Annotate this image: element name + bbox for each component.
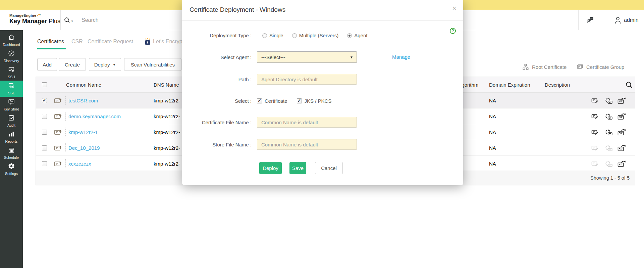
- sidebar-item-schedule[interactable]: Schedule: [0, 145, 23, 161]
- radio-single[interactable]: [262, 33, 267, 38]
- tab-lets-encrypt[interactable]: Let's Encrypt: [153, 39, 184, 45]
- column-header-domain-expiration[interactable]: Domain Expiration: [489, 77, 530, 93]
- sidebar-item-reports[interactable]: Reports: [0, 129, 23, 145]
- certificate-group-button[interactable]: Certificate Group: [576, 63, 624, 71]
- domain-expiration-value: NA: [489, 108, 496, 124]
- active-tab-underline: [37, 48, 66, 49]
- sidebar-item-settings[interactable]: Settings: [0, 161, 23, 177]
- row-checkbox[interactable]: [42, 140, 47, 156]
- agent-select[interactable]: ---Select---▼: [257, 51, 357, 63]
- sidebar-item-ssl[interactable]: SSL: [0, 81, 23, 97]
- deploy-submit-button[interactable]: Deploy: [259, 162, 282, 174]
- ssl-certificate-icon: [8, 82, 15, 89]
- certificate-file-name-input[interactable]: Common Name is default: [257, 117, 357, 128]
- deploy-certificate-icon[interactable]: [618, 129, 626, 136]
- audit-check-icon: [8, 114, 15, 122]
- sidebar-nav: Dashboard Discovery SSH SSL Key Store Au…: [0, 30, 23, 268]
- edit-certificate-icon[interactable]: [591, 97, 599, 104]
- renew-certificate-icon[interactable]: [605, 97, 613, 104]
- certificate-icon: [54, 108, 62, 124]
- common-name-link[interactable]: Dec_10_2019: [65, 143, 146, 152]
- deploy-certificate-icon[interactable]: [618, 160, 626, 168]
- bar-chart-icon: [8, 130, 15, 138]
- sidebar-item-discovery[interactable]: Discovery: [0, 48, 23, 64]
- row-checkbox[interactable]: [42, 93, 47, 108]
- root-certificate-button[interactable]: Root Certificate: [522, 63, 567, 71]
- search-caret-icon: ▼: [71, 20, 73, 23]
- common-name-link[interactable]: testCSR.com: [65, 96, 146, 105]
- sidebar-item-key-store[interactable]: Key Store: [0, 97, 23, 113]
- save-button[interactable]: Save: [289, 162, 306, 174]
- checkbox-certificate[interactable]: [257, 98, 262, 103]
- radio-agent[interactable]: [347, 33, 352, 38]
- deploy-certificate-icon[interactable]: [618, 97, 626, 104]
- common-name-link[interactable]: xcxzczczx: [65, 159, 146, 168]
- certificate-deployment-modal: Certificate Deployment - Windows × ? Dep…: [182, 0, 463, 185]
- cancel-button[interactable]: Cancel: [315, 162, 343, 174]
- sidebar-item-dashboard[interactable]: Dashboard: [0, 32, 23, 48]
- dns-name-value: kmp-w12r2-: [154, 124, 180, 140]
- select-row: Select : Certificate JKS / PKCS: [182, 98, 463, 104]
- domain-expiration-value: NA: [489, 124, 496, 140]
- add-button[interactable]: Add: [37, 58, 57, 71]
- domain-expiration-value: NA: [489, 156, 496, 172]
- deploy-certificate-icon[interactable]: [618, 113, 626, 120]
- calendar-icon: [8, 146, 15, 154]
- dns-name-value: kmp-w12r2-: [154, 93, 180, 108]
- renew-certificate-icon[interactable]: [605, 129, 613, 136]
- dns-name-value: kmp-w12r2-: [154, 108, 180, 124]
- user-icon: [614, 16, 621, 24]
- home-icon: [8, 34, 15, 41]
- tab-certificates[interactable]: Certificates: [37, 39, 64, 45]
- common-name-link[interactable]: kmp-w12r2-1: [65, 128, 146, 136]
- common-name-link[interactable]: demo.keymanager.com: [65, 112, 146, 121]
- edit-certificate-icon[interactable]: [591, 113, 599, 120]
- feedback-button[interactable]: [586, 16, 595, 26]
- user-name: admin: [624, 17, 639, 23]
- select-all-checkbox[interactable]: [42, 77, 47, 93]
- path-row: Path : Agent Directory is default: [182, 74, 463, 85]
- certificate-icon: [54, 156, 62, 172]
- column-header-dns-name[interactable]: DNS Name: [154, 77, 179, 93]
- certificate-group-icon: [576, 63, 584, 71]
- checkbox-jks-pkcs[interactable]: [297, 98, 302, 103]
- table-search-icon[interactable]: [626, 77, 633, 93]
- create-button[interactable]: Create: [59, 58, 86, 71]
- manage-link[interactable]: Manage: [392, 54, 410, 60]
- search-scope-button[interactable]: ▼: [64, 17, 73, 23]
- renew-certificate-icon[interactable]: [605, 113, 613, 120]
- renew-certificate-icon-disabled: [605, 161, 613, 167]
- app-logo[interactable]: ManageEngine Key Manager Plus: [0, 10, 60, 30]
- deploy-certificate-icon[interactable]: [618, 144, 626, 152]
- sidebar-item-audit[interactable]: Audit: [0, 113, 23, 129]
- row-checkbox[interactable]: [42, 156, 47, 172]
- row-checkbox[interactable]: [42, 124, 47, 140]
- row-checkbox[interactable]: [42, 108, 47, 124]
- tab-csr[interactable]: CSR: [71, 39, 83, 45]
- search-input[interactable]: Search: [82, 17, 99, 23]
- row-actions: [591, 156, 626, 172]
- row-actions: [591, 93, 626, 108]
- column-header-common-name[interactable]: Common Name: [66, 77, 101, 93]
- deploy-button[interactable]: Deploy▼: [89, 58, 121, 71]
- tab-certificate-request[interactable]: Certificate Request: [88, 39, 133, 45]
- domain-expiration-value: NA: [489, 93, 496, 108]
- divider: [60, 10, 61, 30]
- scrollbar-edge: [643, 30, 643, 268]
- close-icon[interactable]: ×: [452, 4, 457, 13]
- edit-certificate-icon[interactable]: [591, 129, 599, 136]
- sidebar-item-ssh[interactable]: SSH: [0, 64, 23, 81]
- path-input[interactable]: Agent Directory is default: [257, 74, 357, 85]
- modal-title: Certificate Deployment - Windows: [190, 6, 285, 13]
- search-icon: [64, 17, 70, 23]
- divider: [578, 10, 579, 30]
- user-menu[interactable]: admin: [614, 16, 639, 24]
- dns-name-value: kmp-w12r2-: [154, 156, 180, 172]
- store-file-name-input[interactable]: Common Name is default: [257, 139, 357, 150]
- column-header-description[interactable]: Description: [545, 77, 570, 93]
- select-agent-row: Select Agent : ---Select---▼: [182, 51, 463, 63]
- radio-multiple-servers[interactable]: [292, 33, 297, 38]
- scan-vulnerabilities-button[interactable]: Scan Vulnerabilities: [124, 58, 181, 71]
- renew-certificate-icon-disabled: [605, 145, 613, 151]
- ssh-terminal-key-icon: [8, 66, 15, 73]
